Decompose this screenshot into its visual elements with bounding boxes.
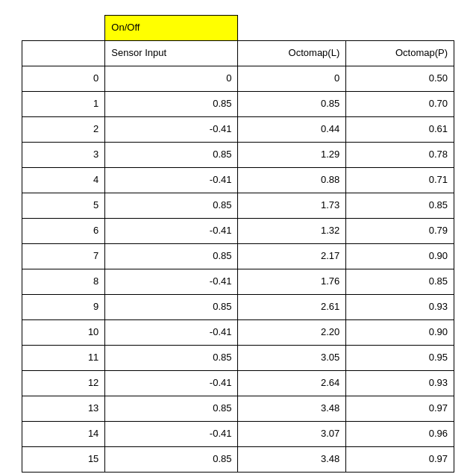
header-row: On/Off — [22, 16, 454, 41]
sensor-cell: -0.41 — [105, 117, 238, 143]
octomap-l-cell: 3.07 — [238, 422, 346, 447]
octomap-l-cell: 0.44 — [238, 117, 346, 143]
octomap-l-cell: 1.73 — [238, 193, 346, 219]
index-cell: 10 — [22, 320, 105, 346]
octomap-l-cell: 1.29 — [238, 143, 346, 168]
sensor-cell: 0.85 — [105, 244, 238, 269]
octomap-p-cell: 0.90 — [346, 244, 454, 269]
table-row: 14-0.413.070.96 — [22, 422, 454, 447]
sensor-cell: 0 — [105, 66, 238, 92]
index-cell: 4 — [22, 168, 105, 193]
sensor-cell: 0.85 — [105, 193, 238, 219]
table-row: 8-0.411.760.85 — [22, 269, 454, 295]
index-cell: 2 — [22, 117, 105, 143]
index-cell: 3 — [22, 143, 105, 168]
table-row: 90.852.610.93 — [22, 295, 454, 320]
table-row: 30.851.290.78 — [22, 143, 454, 168]
index-cell: 11 — [22, 346, 105, 371]
index-cell: 9 — [22, 295, 105, 320]
sensor-cell: 0.85 — [105, 92, 238, 117]
octomap-l-cell: 3.48 — [238, 396, 346, 422]
octomap-p-cell: 0.85 — [346, 269, 454, 295]
index-cell: 15 — [22, 447, 105, 473]
subheader-row: Sensor Input Octomap(L) Octomap(P) — [22, 41, 454, 66]
octomap-p-subheader: Octomap(P) — [346, 41, 454, 66]
header-col4-cell — [346, 16, 454, 41]
sensor-cell: -0.41 — [105, 422, 238, 447]
octomap-l-subheader: Octomap(L) — [238, 41, 346, 66]
octomap-p-cell: 0.93 — [346, 295, 454, 320]
table-row: 70.852.170.90 — [22, 244, 454, 269]
sensor-cell: -0.41 — [105, 168, 238, 193]
sensor-cell: 0.85 — [105, 346, 238, 371]
octomap-p-cell: 0.97 — [346, 447, 454, 473]
octomap-p-cell: 0.95 — [346, 346, 454, 371]
table-row: 110.853.050.95 — [22, 346, 454, 371]
octomap-p-cell: 0.70 — [346, 92, 454, 117]
octomap-l-cell: 1.76 — [238, 269, 346, 295]
octomap-l-cell: 2.17 — [238, 244, 346, 269]
octomap-l-cell: 0.85 — [238, 92, 346, 117]
table-row: 2-0.410.440.61 — [22, 117, 454, 143]
octomap-l-cell: 3.48 — [238, 447, 346, 473]
header-empty-cell — [22, 16, 105, 41]
table-row: 150.853.480.97 — [22, 447, 454, 473]
main-table: On/Off Sensor Input Octomap(L) Octomap(P… — [22, 15, 454, 473]
octomap-p-cell: 0.79 — [346, 219, 454, 244]
table-row: 6-0.411.320.79 — [22, 219, 454, 244]
sensor-cell: -0.41 — [105, 219, 238, 244]
sensor-cell: 0.85 — [105, 143, 238, 168]
index-cell: 1 — [22, 92, 105, 117]
octomap-p-cell: 0.96 — [346, 422, 454, 447]
sensor-input-subheader: Sensor Input — [105, 41, 238, 66]
table-row: 130.853.480.97 — [22, 396, 454, 422]
octomap-p-cell: 0.71 — [346, 168, 454, 193]
octomap-l-cell: 2.20 — [238, 320, 346, 346]
octomap-l-cell: 0 — [238, 66, 346, 92]
table-row: 12-0.412.640.93 — [22, 371, 454, 396]
index-cell: 7 — [22, 244, 105, 269]
octomap-p-cell: 0.85 — [346, 193, 454, 219]
octomap-p-cell: 0.97 — [346, 396, 454, 422]
table-row: 10-0.412.200.90 — [22, 320, 454, 346]
table-row: 0000.50 — [22, 66, 454, 92]
sensor-cell: -0.41 — [105, 320, 238, 346]
octomap-l-cell: 3.05 — [238, 346, 346, 371]
index-cell: 12 — [22, 371, 105, 396]
octomap-p-cell: 0.90 — [346, 320, 454, 346]
index-cell: 5 — [22, 193, 105, 219]
table-body: 0000.5010.850.850.702-0.410.440.6130.851… — [22, 66, 454, 473]
onoff-header: On/Off — [105, 16, 238, 41]
sensor-cell: 0.85 — [105, 447, 238, 473]
octomap-p-cell: 0.93 — [346, 371, 454, 396]
index-cell: 13 — [22, 396, 105, 422]
octomap-l-cell: 0.88 — [238, 168, 346, 193]
table-row: 50.851.730.85 — [22, 193, 454, 219]
octomap-p-cell: 0.78 — [346, 143, 454, 168]
index-cell: 14 — [22, 422, 105, 447]
index-cell: 6 — [22, 219, 105, 244]
octomap-p-cell: 0.61 — [346, 117, 454, 143]
table-row: 4-0.410.880.71 — [22, 168, 454, 193]
table-row: 10.850.850.70 — [22, 92, 454, 117]
header-col3-cell — [238, 16, 346, 41]
sensor-cell: -0.41 — [105, 371, 238, 396]
octomap-l-cell: 1.32 — [238, 219, 346, 244]
octomap-l-cell: 2.64 — [238, 371, 346, 396]
index-cell: 8 — [22, 269, 105, 295]
sensor-cell: 0.85 — [105, 396, 238, 422]
octomap-l-cell: 2.61 — [238, 295, 346, 320]
index-cell: 0 — [22, 66, 105, 92]
sensor-cell: 0.85 — [105, 295, 238, 320]
octomap-p-cell: 0.50 — [346, 66, 454, 92]
index-subheader — [22, 41, 105, 66]
sensor-cell: -0.41 — [105, 269, 238, 295]
